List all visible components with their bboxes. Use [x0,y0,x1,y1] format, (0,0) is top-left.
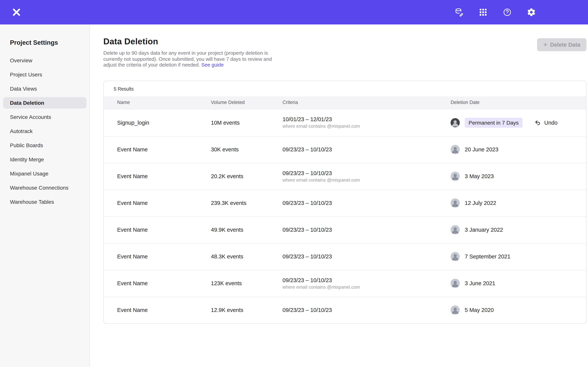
column-header-deletion-date: Deletion Date [450,100,573,105]
row-deletion-date: 3 May 2023 3 May 2023 [450,172,573,181]
row-criteria: 09/23/23 – 10/10/23 [283,227,450,233]
deletion-date-text: 3 January 2022 [465,227,503,233]
mixpanel-logo-icon [11,7,21,17]
sidebar-item-identity-merge[interactable]: Identity Merge [3,154,86,165]
row-criteria-range: 09/23/23 – 10/10/23 [283,227,450,233]
page-description-text: Delete up to 90 days data for any event … [103,50,272,68]
row-deletion-date: 3 January 2022 3 January 2022 [450,225,573,234]
row-volume-deleted: 20.2K events [211,173,283,179]
sidebar-item-data-deletion[interactable]: Data Deletion [3,97,86,108]
table-body: Signup_login 10M events 10/01/23 – 12/01… [104,109,586,323]
row-criteria-range: 09/23/23 – 10/10/23 [283,277,450,283]
sidebar-item-label: Data Deletion [10,100,44,106]
deletion-date-text: 20 June 2023 [465,146,498,152]
settings-gear-icon[interactable] [526,7,536,17]
row-event-name: Event Name [117,200,211,206]
see-guide-link[interactable]: See guide [201,62,224,68]
data-management-icon[interactable] [454,7,464,17]
table-row: Event Name 49.9K events 09/23/23 – 10/10… [104,216,586,243]
row-event-name: Signup_login [117,119,211,125]
table-header-row: Name Volume Deleted Criteria Deletion Da… [104,96,586,109]
sidebar-item-overview[interactable]: Overview [3,55,86,66]
row-criteria: 09/23/23 – 10/10/23 where email contains… [283,277,450,290]
sidebar-item-label: Warehouse Connections [10,185,69,191]
row-criteria-range: 09/23/23 – 10/10/23 [283,200,450,206]
page-title: Data Deletion [103,37,277,47]
table-row: Event Name 239.3K events 09/23/23 – 10/1… [104,189,586,216]
sidebar-item-warehouse-connections[interactable]: Warehouse Connections [3,182,86,193]
row-criteria-range: 10/01/23 – 12/01/23 [283,116,450,122]
column-header-name: Name [117,100,211,105]
row-criteria: 09/23/23 – 10/10/23 [283,307,450,313]
undo-label: Undo [544,119,557,125]
user-avatar [450,252,460,261]
deletion-status-badge: Permanent in 7 Days [465,117,522,127]
deletion-date-text: 3 May 2023 [465,173,494,179]
row-criteria-filter: where email contains @mixpanel.com [283,177,450,183]
row-criteria-range: 09/23/23 – 10/10/23 [283,307,450,313]
table-row: Event Name 48.3K events 09/23/23 – 10/10… [104,243,586,270]
row-criteria: 09/23/23 – 10/10/23 [283,146,450,152]
sidebar-item-service-accounts[interactable]: Service Accounts [3,111,86,123]
mixpanel-project-settings-page: Project Settings Overview Project Users … [0,0,588,367]
deletion-date-text: 3 June 2021 [465,280,495,286]
table-row: Event Name 20.2K events 09/23/23 – 10/10… [104,163,586,189]
deletion-date-text: 5 May 2020 [465,307,494,313]
row-volume-deleted: 48.3K events [211,253,283,259]
user-avatar [450,118,460,127]
row-event-name: Event Name [117,173,211,179]
sidebar-item-mixpanel-usage[interactable]: Mixpanel Usage [3,168,86,179]
sidebar-item-label: Overview [10,57,32,63]
row-criteria: 09/23/23 – 10/10/23 where email contains… [283,170,450,183]
row-criteria-range: 09/23/23 – 10/10/23 [283,253,450,259]
row-volume-deleted: 30K events [211,146,283,152]
results-count: 5 Results [104,81,586,96]
user-avatar [450,279,460,288]
table-row: Event Name 30K events 09/23/23 – 10/10/2… [104,136,586,163]
row-event-name: Event Name [117,280,211,286]
apps-grid-icon[interactable] [478,7,488,17]
column-header-volume-deleted: Volume Deleted [211,100,283,105]
settings-sidebar: Project Settings Overview Project Users … [0,25,90,367]
sidebar-item-data-views[interactable]: Data Views [3,83,86,94]
plus-icon: + [543,41,547,48]
row-criteria-filter: where email contains @mixpanel.com [283,284,450,290]
row-volume-deleted: 10M events [211,119,283,125]
row-volume-deleted: 123K events [211,280,283,286]
undo-button[interactable]: Undo [534,119,557,126]
help-icon[interactable] [502,7,512,17]
sidebar-item-label: Public Boards [10,142,43,148]
row-deletion-date: 20 June 2023 20 June 2023 [450,145,573,154]
row-criteria-filter: where email contains @mixpanel.com [283,124,450,129]
row-criteria-range: 09/23/23 – 10/10/23 [283,146,450,152]
sidebar-item-label: Data Views [10,86,37,92]
sidebar-item-label: Mixpanel Usage [10,170,48,177]
sidebar-item-public-boards[interactable]: Public Boards [3,140,86,151]
sidebar-item-project-users[interactable]: Project Users [3,69,86,80]
sidebar-item-warehouse-tables[interactable]: Warehouse Tables [3,196,86,208]
sidebar-item-label: Warehouse Tables [10,199,54,205]
row-event-name: Event Name [117,146,211,152]
sidebar-item-label: Autotrack [10,128,33,134]
user-avatar [450,172,460,181]
row-criteria: 10/01/23 – 12/01/23 where email contains… [283,116,450,129]
row-event-name: Event Name [117,253,211,259]
sidebar-item-label: Service Accounts [10,114,51,120]
row-volume-deleted: 49.9K events [211,227,283,233]
row-deletion-date: 3 June 2021 3 June 2021 [450,279,573,288]
row-deletion-date: Permanent in 7 Days Permanent in 7 Days … [450,117,573,127]
user-avatar [450,145,460,154]
row-event-name: Event Name [117,227,211,233]
row-criteria-range: 09/23/23 – 10/10/23 [283,170,450,176]
undo-icon [534,119,541,126]
table-row: Event Name 12.9K events 09/23/23 – 10/10… [104,296,586,323]
deletions-table-card: 5 Results Name Volume Deleted Criteria D… [103,81,587,324]
delete-data-button[interactable]: +Delete Data [537,38,587,51]
topbar-icon-group [454,7,536,17]
sidebar-item-label: Project Users [10,72,42,78]
deletion-date-text: 12 July 2022 [465,200,496,206]
sidebar-item-autotrack[interactable]: Autotrack [3,125,86,137]
row-volume-deleted: 239.3K events [211,200,283,206]
mixpanel-logo[interactable] [11,7,21,17]
row-criteria: 09/23/23 – 10/10/23 [283,200,450,206]
